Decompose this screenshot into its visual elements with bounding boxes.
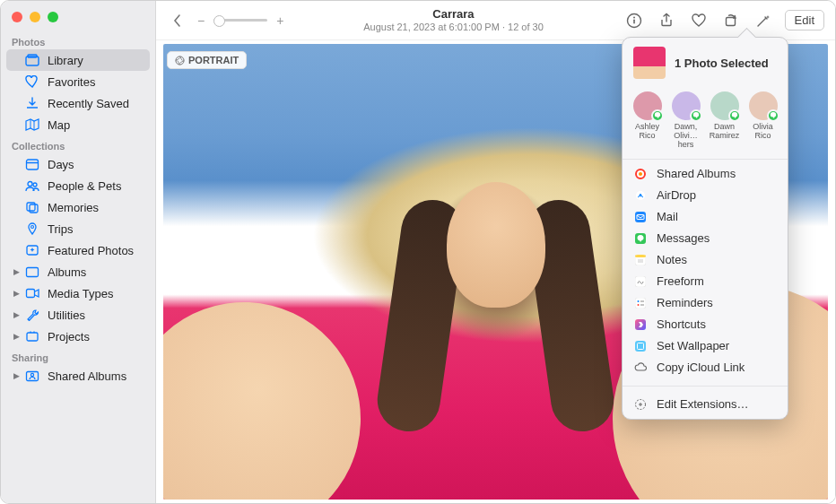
sidebar-item-utilities[interactable]: ▶Utilities xyxy=(6,304,150,326)
notes-icon xyxy=(633,253,648,267)
auto-enhance-button[interactable] xyxy=(753,10,774,31)
wrench-icon xyxy=(24,308,40,322)
freeform-icon xyxy=(633,274,648,289)
window-controls xyxy=(1,1,155,31)
svg-point-7 xyxy=(31,226,34,229)
messages-badge-icon xyxy=(767,109,779,122)
extensions-icon xyxy=(633,397,648,412)
sidebar-item-trips[interactable]: Trips xyxy=(6,218,150,239)
svg-rect-34 xyxy=(635,341,646,352)
messages-badge-icon xyxy=(728,109,741,122)
media-icon xyxy=(24,286,40,300)
info-button[interactable] xyxy=(623,10,645,31)
share-action-notes[interactable]: Notes xyxy=(623,249,788,271)
sidebar-item-label: People & Pets xyxy=(48,179,143,193)
contact-name: Dawn, Olivi…hers xyxy=(667,123,705,150)
zoom-in-icon[interactable]: + xyxy=(276,13,283,28)
sidebar-item-label: Featured Photos xyxy=(48,244,143,257)
airdrop-icon xyxy=(633,188,648,203)
zoom-slider[interactable] xyxy=(213,19,267,22)
share-action-label: Shared Albums xyxy=(657,167,736,180)
album-icon xyxy=(24,265,40,279)
sidebar-item-library[interactable]: Library xyxy=(6,49,150,71)
share-action-copy-icloud[interactable]: Copy iCloud Link xyxy=(623,357,788,378)
rotate-button[interactable] xyxy=(720,10,742,31)
svg-rect-29 xyxy=(635,276,646,287)
share-button[interactable] xyxy=(656,10,677,31)
share-thumbnail xyxy=(633,47,666,79)
sidebar-item-favorites[interactable]: Favorites xyxy=(6,71,150,92)
toolbar: − + Carrara August 21, 2023 at 6:01:00 P… xyxy=(156,1,835,40)
sidebar-item-shared-albums[interactable]: ▶Shared Albums xyxy=(6,365,150,387)
back-button[interactable] xyxy=(167,10,188,31)
sidebar-item-media-types[interactable]: ▶Media Types xyxy=(6,282,150,304)
sidebar-item-label: Library xyxy=(48,54,143,67)
zoom-out-icon[interactable]: − xyxy=(197,13,205,28)
share-action-shared-albums[interactable]: Shared Albums xyxy=(623,163,788,185)
sidebar-item-map[interactable]: Map xyxy=(6,114,150,135)
avatar xyxy=(672,91,701,120)
sidebar-item-recently-saved[interactable]: Recently Saved xyxy=(6,92,150,114)
sidebar-item-label: Shared Albums xyxy=(48,369,143,383)
chevron-right-icon: ▶ xyxy=(13,267,21,276)
shared-icon xyxy=(24,369,40,383)
share-action-label: AirDrop xyxy=(657,188,696,202)
sidebar: PhotosLibraryFavoritesRecently SavedMapC… xyxy=(1,1,156,503)
sidebar-item-label: Projects xyxy=(48,330,143,343)
share-action-messages[interactable]: Messages xyxy=(623,228,788,249)
people-icon xyxy=(24,178,40,193)
shared-albums-icon xyxy=(633,167,648,181)
sidebar-item-projects[interactable]: ▶Projects xyxy=(6,326,150,347)
shortcuts-icon xyxy=(633,317,648,332)
chevron-right-icon: ▶ xyxy=(13,332,21,341)
photo-subtitle: August 21, 2023 at 6:01:00 PM · 12 of 30 xyxy=(292,22,614,33)
calendar-icon xyxy=(24,157,40,171)
svg-rect-9 xyxy=(27,268,39,277)
sidebar-section-label: Photos xyxy=(1,31,155,49)
edit-button[interactable]: Edit xyxy=(785,10,824,30)
share-contact[interactable]: Olivia Rico xyxy=(745,91,782,150)
sidebar-item-people-pets[interactable]: People & Pets xyxy=(6,175,150,196)
svg-point-15 xyxy=(633,16,635,18)
share-edit-extensions-label: Edit Extensions… xyxy=(657,397,749,411)
share-contact[interactable]: Ashley Rico xyxy=(629,91,666,150)
messages-badge-icon xyxy=(690,109,702,122)
share-action-label: Shortcuts xyxy=(657,317,706,331)
chevron-right-icon: ▶ xyxy=(13,310,21,319)
sidebar-item-memories[interactable]: Memories xyxy=(6,196,150,218)
sidebar-item-days[interactable]: Days xyxy=(6,153,150,175)
share-action-label: Set Wallpaper xyxy=(657,339,729,352)
svg-rect-2 xyxy=(27,160,39,169)
avatar xyxy=(749,91,778,120)
contact-name: Olivia Rico xyxy=(745,123,782,141)
sidebar-item-label: Trips xyxy=(48,222,143,236)
set-wallpaper-icon xyxy=(633,339,648,353)
share-action-shortcuts[interactable]: Shortcuts xyxy=(623,314,788,335)
sidebar-item-label: Days xyxy=(48,158,143,171)
svg-point-3 xyxy=(28,182,32,187)
reminders-icon xyxy=(633,296,648,310)
share-action-reminders[interactable]: Reminders xyxy=(623,292,788,314)
minimize-window-button[interactable] xyxy=(30,12,40,22)
share-popover-title: 1 Photo Selected xyxy=(675,56,769,70)
share-action-label: Reminders xyxy=(657,296,713,309)
share-action-airdrop[interactable]: AirDrop xyxy=(623,185,788,206)
share-action-mail[interactable]: Mail xyxy=(623,206,788,228)
share-contact[interactable]: Dawn Ramirez xyxy=(706,91,744,150)
sidebar-item-featured[interactable]: Featured Photos xyxy=(6,239,150,261)
sidebar-item-label: Map xyxy=(48,118,143,132)
sidebar-item-label: Recently Saved xyxy=(48,97,143,110)
share-edit-extensions[interactable]: Edit Extensions… xyxy=(623,394,788,415)
share-action-label: Messages xyxy=(657,231,710,245)
share-contact[interactable]: Dawn, Olivi…hers xyxy=(667,91,705,150)
sidebar-item-albums[interactable]: ▶Albums xyxy=(6,261,150,282)
zoom-window-button[interactable] xyxy=(48,12,58,22)
chevron-right-icon: ▶ xyxy=(13,289,21,298)
favorite-button[interactable] xyxy=(688,10,710,31)
pin-icon xyxy=(24,222,40,236)
svg-rect-16 xyxy=(633,19,635,23)
share-action-freeform[interactable]: Freeform xyxy=(623,271,788,292)
share-action-set-wallpaper[interactable]: Set Wallpaper xyxy=(623,335,788,357)
sparkle-icon xyxy=(24,243,40,257)
close-window-button[interactable] xyxy=(12,12,22,22)
